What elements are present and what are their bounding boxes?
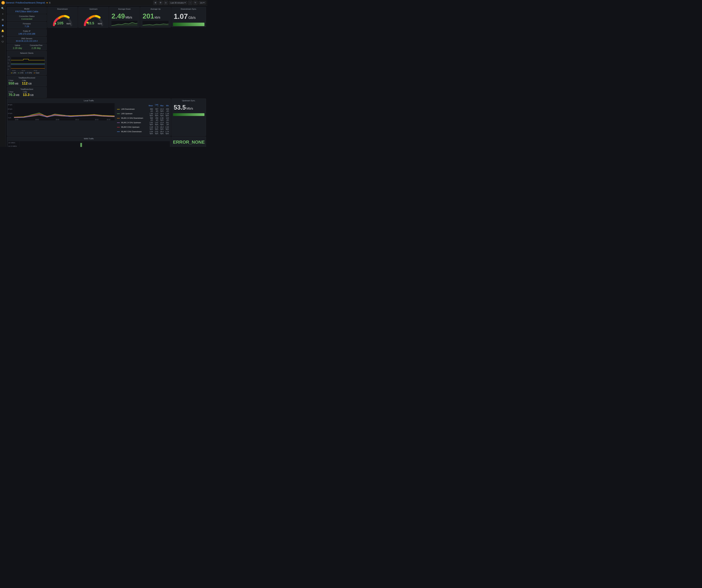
lt-last: 1.67 kp/s bbox=[154, 121, 159, 126]
downstream-sync-panel: Downstream Sync. 1.07 Gb/s bbox=[171, 7, 206, 27]
zoom-out-btn[interactable]: − bbox=[188, 1, 192, 5]
th-last: Last * bbox=[154, 104, 159, 108]
tbr-1hr-value: 558 MB bbox=[8, 82, 18, 85]
settings-btn[interactable]: ⚙ bbox=[158, 1, 162, 5]
legend-lan: LAN bbox=[11, 72, 16, 74]
upstream-gauge: 33.5 kb/s bbox=[79, 11, 108, 27]
avg-up-content: 201 kb/s bbox=[140, 11, 170, 27]
sidebar-compass-icon[interactable]: ◉ bbox=[2, 24, 4, 27]
interval-btn[interactable]: 1m ▾ bbox=[199, 1, 206, 4]
firmware-panel: Firmware 7.29 bbox=[7, 22, 47, 28]
local-traffic-row: WLAN 2.4 GHz Upstream 2.92 kp/s 1.67 kp/… bbox=[116, 121, 169, 126]
total-bytes-sent-row: 1 hour 70.3 MB 1 day 13.3 GB bbox=[8, 91, 45, 97]
row2: Local Traffic 30 kp/s 20 kp/s 10 kp/s 0 … bbox=[7, 99, 206, 136]
lt-mean: 2.92 kp/s bbox=[148, 121, 154, 126]
sidebar-apps-icon[interactable]: ⊞ bbox=[2, 18, 4, 21]
upstream-sync-content: 53.5 Mb/s bbox=[171, 103, 206, 113]
total-bytes-received-panel: TotalBytesReceived 1 hour 558 MB 1 day bbox=[7, 76, 47, 87]
tbs-1day-unit: GB bbox=[30, 94, 33, 97]
clock-btn[interactable]: ◷ bbox=[164, 1, 168, 5]
model-label: Model bbox=[8, 8, 45, 10]
legend-5ghz: 5 GHz bbox=[25, 72, 32, 74]
svg-text:20:00: 20:00 bbox=[12, 70, 16, 71]
sidebar-settings-icon[interactable]: ⚙ bbox=[2, 35, 4, 38]
total-bytes-sent-panel: TotalBytesSent 1 hour 70.3 MB 1 day bbox=[7, 87, 47, 98]
lt-last: 2.74 kp/s bbox=[154, 126, 159, 130]
th-max: Max bbox=[159, 104, 164, 108]
network-clients-title: Network Clients bbox=[7, 51, 46, 55]
avg-down-value: 2.49 bbox=[111, 12, 125, 20]
lt-max: 26.4 kp/s bbox=[159, 130, 164, 135]
dashboard: Model FRITZ!Box 6660 Cable Connection St… bbox=[6, 6, 207, 147]
svg-rect-33 bbox=[8, 141, 170, 147]
connection-label: Connection Status bbox=[8, 15, 45, 17]
lt-last: 294 p/s bbox=[154, 117, 159, 121]
total-bytes-sent-title: TotalBytesSent bbox=[8, 88, 45, 90]
time-range-btn[interactable]: Last 30 minutes ▾ bbox=[169, 1, 187, 4]
grafana-logo bbox=[1, 1, 5, 4]
lt-last: 557 p/s bbox=[154, 108, 159, 112]
upstream-gauge-svg: 33.5 kb/s bbox=[82, 12, 106, 26]
avg-up-sparkline bbox=[143, 21, 168, 26]
legend-24g: 2.4G bbox=[18, 72, 23, 74]
breadcrumb-page: FritzBoxDashboard (Telegraf) bbox=[16, 1, 45, 4]
lt-max: 12.9 kp/s bbox=[159, 121, 164, 126]
upstream-sync-bar bbox=[173, 113, 205, 116]
svg-text:10 kp/s: 10 kp/s bbox=[8, 113, 12, 114]
avg-up-title: Average Up bbox=[140, 7, 170, 11]
sidebar-search-icon[interactable]: 🔍 bbox=[1, 7, 4, 10]
tbr-1day-value: 112 GB bbox=[22, 82, 32, 85]
svg-text:20:20: 20:20 bbox=[34, 70, 37, 71]
upstream-sync-unit: Mb/s bbox=[186, 107, 193, 110]
wan-traffic-title: WAN Traffic bbox=[7, 137, 170, 140]
layout-wrapper: Model FRITZ!Box 6660 Cable Connection St… bbox=[6, 6, 207, 147]
legend-gast: Gast bbox=[34, 72, 39, 74]
local-traffic-stats: Mean Last * Max Min LAN Downstream 890 p… bbox=[115, 103, 170, 135]
tbr-1hr-num: 558 bbox=[8, 82, 14, 85]
tbs-1hr-unit: MB bbox=[16, 94, 19, 97]
svg-text:5: 5 bbox=[8, 62, 9, 64]
avg-down-title: Average Down bbox=[109, 7, 139, 11]
dns-panel: DNS Servers 80.69.96.12,81.210.129.4 bbox=[7, 37, 47, 43]
tbr-1hr-label: 1 hour bbox=[8, 80, 18, 82]
downstream-title: Downstream bbox=[47, 7, 78, 11]
lt-max: 14.4 kp/s bbox=[159, 113, 164, 117]
main-content: 🔍 ＋ ⊞ ◉ 🔔 ⚙ 🛡 G Model FRITZ!Box 6660 Cab… bbox=[0, 6, 207, 147]
star-icon[interactable]: ★ bbox=[46, 2, 48, 4]
left-sidebar: 🔍 ＋ ⊞ ◉ 🔔 ⚙ 🛡 G bbox=[0, 6, 6, 147]
tbs-1day-label: 1 day bbox=[23, 91, 33, 93]
avg-down-panel: Average Down 2.49 Mb/s bbox=[109, 7, 140, 27]
svg-text:10: 10 bbox=[8, 56, 9, 58]
sidebar-shield-icon[interactable]: 🛡 bbox=[2, 40, 4, 43]
interval-label: 1m bbox=[200, 2, 203, 4]
local-traffic-title: Local Traffic bbox=[7, 99, 170, 103]
tbr-1hr: 1 hour 558 MB bbox=[8, 80, 18, 85]
lt-min: 1.74 kp/s bbox=[164, 130, 169, 135]
avg-down-unit: Mb/s bbox=[125, 16, 132, 19]
dns-value: 80.69.96.12,81.210.129.4 bbox=[8, 40, 45, 42]
downstream-sync-unit: Gb/s bbox=[189, 16, 196, 19]
share-icon[interactable]: ⎘ bbox=[49, 1, 50, 4]
tbs-1hr-label: 1 hour bbox=[8, 91, 19, 93]
avg-up-unit: kb/s bbox=[155, 16, 160, 19]
sidebar-add-icon[interactable]: ＋ bbox=[2, 12, 4, 16]
tbr-1day-label: 1 day bbox=[22, 80, 32, 82]
public-ip-label: Public IP bbox=[8, 30, 45, 32]
tbr-1hr-unit: MB bbox=[15, 82, 18, 85]
lt-label: WLAN 2.4 GHz Downstream bbox=[116, 117, 147, 119]
svg-rect-56 bbox=[80, 143, 82, 147]
lt-min: 1.18 kp/s bbox=[164, 113, 169, 117]
lt-mean: 568 p/s bbox=[148, 117, 154, 121]
top-bar-right: ⊞ ⚙ ◷ Last 30 minutes ▾ − ↻ 1m ▾ bbox=[153, 1, 206, 5]
breadcrumb-section: General bbox=[6, 1, 14, 4]
tbs-1hr: 1 hour 70.3 MB bbox=[8, 91, 19, 97]
th-label bbox=[116, 104, 147, 108]
refresh-btn[interactable]: ↻ bbox=[194, 1, 198, 5]
public-ip-value: 149.172.219.188 bbox=[8, 32, 45, 35]
avg-up-value: 201 bbox=[143, 12, 154, 20]
local-traffic-svg: 30 kp/s 20 kp/s 10 kp/s 0 p/s 19:55 20:0… bbox=[8, 103, 115, 120]
lt-mean: 2.54 kp/s bbox=[148, 130, 154, 135]
svg-text:105: 105 bbox=[57, 21, 64, 25]
sidebar-bell-icon[interactable]: 🔔 bbox=[1, 29, 4, 32]
visualization-btn[interactable]: ⊞ bbox=[153, 1, 157, 5]
